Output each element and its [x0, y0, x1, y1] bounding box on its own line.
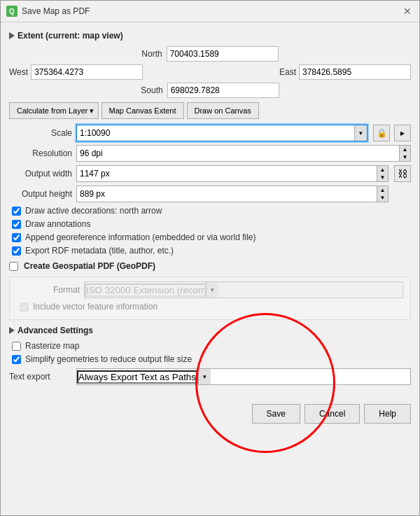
resolution-row: Resolution ▲ ▼ [9, 145, 411, 162]
draw-annotations-row: Draw annotations [9, 219, 411, 229]
geopdf-format-arrow: ▾ [206, 282, 218, 298]
output-height-label: Output height [9, 189, 72, 199]
include-vector-label: Include vector feature information [33, 302, 158, 312]
east-label: East [279, 67, 296, 77]
calculate-from-layer-button[interactable]: Calculate from Layer ▾ [9, 102, 99, 119]
text-export-label: Text export [9, 372, 72, 382]
output-width-row: Output width ▲ ▼ ⛓ [9, 165, 411, 182]
include-vector-checkbox [20, 302, 29, 312]
output-height-input[interactable] [77, 186, 377, 202]
export-rdf-label: Export RDF metadata (title, author, etc.… [25, 246, 174, 256]
scale-dropdown-arrow[interactable]: ▾ [354, 125, 367, 141]
draw-on-canvas-button[interactable]: Draw on Canvas [187, 102, 259, 119]
scale-label: Scale [9, 128, 72, 138]
simplify-label: Simplify geometries to reduce output fil… [25, 354, 192, 364]
window-title: Save Map as PDF [22, 6, 90, 16]
south-input[interactable] [167, 83, 279, 98]
resolution-down-button[interactable]: ▼ [399, 153, 410, 161]
resolution-up-button[interactable]: ▲ [399, 146, 410, 153]
extent-section-header: Extent (current: map view) [9, 31, 411, 41]
text-export-input[interactable] [77, 370, 198, 384]
west-label: West [9, 67, 28, 77]
south-label: South [141, 85, 162, 95]
map-canvas-extent-button[interactable]: Map Canvas Extent [102, 102, 184, 119]
output-width-spinner[interactable]: ▲ ▼ [76, 165, 388, 182]
draw-decorations-label: Draw active decorations: north arrow [25, 206, 162, 216]
draw-annotations-checkbox[interactable] [12, 220, 21, 229]
output-height-row: Output height ▲ ▼ ⛓ [9, 186, 411, 202]
titlebar-left: Q Save Map as PDF [6, 6, 90, 17]
output-width-input[interactable] [77, 166, 377, 181]
scale-extra-button[interactable]: ▸ [394, 125, 411, 141]
extent-section-title: Extent (current: map view) [18, 31, 123, 41]
draw-annotations-label: Draw annotations [25, 219, 90, 229]
text-export-arrow[interactable]: ▾ [198, 369, 211, 384]
help-button[interactable]: Help [364, 404, 411, 424]
scale-lock-button[interactable]: 🔒 [373, 125, 390, 141]
scale-row: Scale ▾ 🔒 ▸ [9, 125, 411, 141]
geopdf-format-label: Format [17, 285, 80, 295]
output-width-label: Output width [9, 169, 72, 179]
output-width-down-button[interactable]: ▼ [377, 174, 388, 181]
west-input[interactable] [31, 64, 143, 80]
north-label: North [141, 49, 162, 59]
geopdf-checkbox[interactable] [9, 262, 18, 271]
geopdf-format-select: ▾ [84, 281, 403, 298]
resolution-input[interactable] [77, 146, 399, 161]
advanced-section-header: Advanced Settings [9, 326, 411, 335]
output-height-spinner[interactable]: ▲ ▼ [76, 186, 388, 202]
append-georef-row: Append georeference information (embedde… [9, 232, 411, 242]
app-icon: Q [6, 6, 18, 17]
export-rdf-checkbox[interactable] [12, 246, 21, 256]
output-height-up-button[interactable]: ▲ [377, 186, 388, 194]
geopdf-format-input [85, 284, 206, 297]
geopdf-format-row: Format ▾ [17, 281, 403, 298]
scale-input[interactable] [77, 128, 354, 138]
geopdf-section-title: Create Geospatial PDF (GeoPDF) [24, 261, 155, 271]
output-height-down-button[interactable]: ▼ [377, 194, 388, 202]
main-window: Q Save Map as PDF ✕ Extent (current: map… [0, 0, 420, 516]
titlebar: Q Save Map as PDF ✕ [1, 1, 419, 22]
resolution-label: Resolution [9, 148, 72, 158]
south-row: South [9, 83, 411, 98]
export-rdf-row: Export RDF metadata (title, author, etc.… [9, 246, 411, 256]
close-button[interactable]: ✕ [401, 5, 414, 18]
collapse-icon [9, 32, 15, 39]
rasterize-checkbox[interactable] [12, 342, 21, 351]
simplify-row: Simplify geometries to reduce output fil… [9, 354, 411, 364]
cancel-button[interactable]: Cancel [304, 404, 360, 424]
save-button[interactable]: Save [252, 404, 300, 424]
draw-decorations-checkbox[interactable] [12, 207, 21, 216]
resolution-spinner[interactable]: ▲ ▼ [76, 145, 411, 162]
advanced-collapse-icon [9, 327, 15, 334]
simplify-checkbox[interactable] [12, 355, 21, 364]
text-export-row: Text export ▾ [9, 368, 411, 385]
advanced-section-title: Advanced Settings [18, 326, 93, 335]
append-georef-checkbox[interactable] [12, 233, 21, 242]
scale-select-wrapper[interactable]: ▾ [76, 125, 368, 141]
output-width-spinner-buttons: ▲ ▼ [377, 166, 388, 181]
output-height-spinner-buttons: ▲ ▼ [377, 186, 388, 202]
east-input[interactable] [299, 64, 411, 80]
west-group: West [9, 64, 143, 80]
resolution-spinner-buttons: ▲ ▼ [399, 146, 410, 161]
settings-icon: ▸ [400, 128, 405, 138]
rasterize-label: Rasterize map [25, 341, 79, 351]
output-width-lock-button[interactable]: ⛓ [394, 165, 411, 182]
main-content: Extent (current: map view) North West Ea… [1, 22, 419, 397]
output-width-up-button[interactable]: ▲ [377, 166, 388, 174]
north-row: North [9, 46, 411, 62]
draw-decorations-row: Draw active decorations: north arrow [9, 206, 411, 216]
include-vector-row: Include vector feature information [17, 302, 403, 312]
west-east-row: West East [9, 64, 411, 80]
lock-icon: 🔒 [377, 128, 387, 138]
east-group: East [279, 64, 411, 80]
link-icon: ⛓ [398, 168, 407, 179]
geopdf-section-box: Format ▾ Include vector feature informat… [9, 277, 411, 320]
footer: Save Cancel Help [1, 397, 419, 432]
extent-buttons-row: Calculate from Layer ▾ Map Canvas Extent… [9, 102, 411, 119]
text-export-select[interactable]: ▾ [76, 368, 411, 385]
north-input[interactable] [167, 46, 279, 62]
rasterize-row: Rasterize map [9, 341, 411, 351]
append-georef-label: Append georeference information (embedde… [25, 232, 256, 242]
